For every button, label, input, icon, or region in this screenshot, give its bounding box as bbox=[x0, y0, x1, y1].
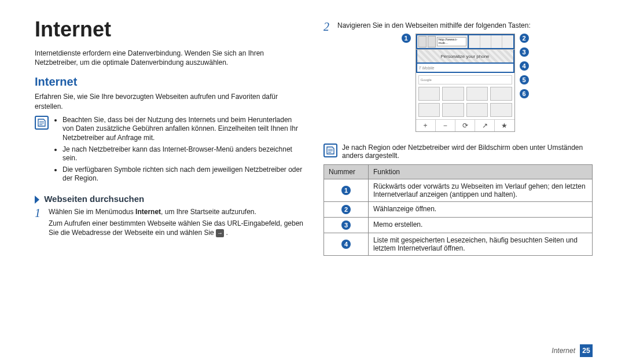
back-button-icon bbox=[418, 36, 427, 47]
toolbar-icons-region bbox=[469, 34, 514, 49]
page-footer: Internet 25 bbox=[552, 344, 593, 357]
address-bar-region: http://www.t-mob... bbox=[416, 34, 469, 49]
row-description: Memo erstellen. bbox=[369, 218, 593, 233]
note-icon bbox=[35, 116, 49, 130]
row-number-icon: 2 bbox=[341, 205, 351, 214]
phone-mock: http://www.t-mob... bbox=[416, 34, 515, 132]
callout-number: 6 bbox=[520, 89, 529, 98]
callout-number: 5 bbox=[520, 75, 529, 84]
phone-illustration: 1 http://www.t-mob... bbox=[337, 34, 593, 132]
zoom-out-icon: − bbox=[435, 120, 455, 131]
note-body: Beachten Sie, dass bei der Nutzung des I… bbox=[53, 116, 304, 186]
go-arrow-icon: → bbox=[216, 229, 224, 237]
grid-tile bbox=[466, 103, 488, 117]
row-description: Liste mit gespeicherten Lesezeichen, häu… bbox=[369, 233, 593, 256]
toolbar-icon bbox=[502, 35, 513, 42]
table-row: 4 Liste mit gespeicherten Lesezeichen, h… bbox=[324, 233, 593, 256]
url-field: http://www.t-mob... bbox=[437, 37, 467, 46]
subsection-heading: Webseiten durchsuchen bbox=[35, 194, 304, 204]
grid-tile bbox=[418, 87, 440, 101]
functions-table: Nummer Funktion 1 Rückwärts oder vorwärt… bbox=[323, 164, 593, 256]
step: 1 Wählen Sie im Menümodus Internet, um I… bbox=[35, 207, 304, 240]
footer-section-name: Internet bbox=[552, 347, 575, 355]
table-row: 1 Rückwärts oder vorwärts zu Webseiten i… bbox=[324, 179, 593, 202]
row-number-icon: 1 bbox=[341, 186, 351, 195]
note-bullet: Je nach Netzbetreiber kann das Internet-… bbox=[62, 145, 304, 163]
note-text: Je nach Region oder Netzbetreiber wird d… bbox=[342, 144, 593, 160]
row-number-icon: 3 bbox=[341, 220, 351, 230]
share-icon: ↗ bbox=[475, 120, 494, 131]
grid-tile bbox=[466, 87, 488, 101]
step-text: Wählen Sie im Menümodus Internet, um Ihr… bbox=[49, 207, 304, 216]
speed-dial-grid bbox=[416, 84, 514, 119]
row-description: Rückwärts oder vorwärts zu Webseiten im … bbox=[369, 179, 593, 202]
phone-sitebar: T Mobile bbox=[416, 64, 514, 73]
zoom-in-icon: + bbox=[416, 120, 435, 131]
phone-bottom-bar: + − ⟳ ↗ ★ bbox=[416, 119, 514, 131]
step: 2 Navigieren Sie in den Webseiten mithil… bbox=[323, 21, 593, 139]
page-title: Internet bbox=[35, 17, 304, 42]
step-number: 2 bbox=[323, 21, 333, 139]
step-text: Navigieren Sie in den Webseiten mithilfe… bbox=[337, 21, 593, 30]
toolbar-icon bbox=[480, 35, 491, 42]
callout-number: 1 bbox=[402, 34, 411, 43]
phone-search-input bbox=[433, 77, 512, 83]
toolbar-icon bbox=[502, 42, 513, 48]
forward-button-icon bbox=[428, 36, 436, 47]
search-brand: Google bbox=[419, 78, 433, 82]
grid-tile bbox=[490, 103, 512, 117]
table-header-function: Funktion bbox=[369, 165, 593, 179]
info-note: Beachten Sie, dass bei der Nutzung des I… bbox=[35, 116, 304, 186]
bookmark-icon: ★ bbox=[494, 120, 514, 131]
table-row: 2 Wählanzeige öffnen. bbox=[324, 202, 593, 218]
callout-number: 3 bbox=[520, 47, 529, 57]
callout-number: 2 bbox=[520, 34, 529, 43]
callout-number: 4 bbox=[520, 61, 529, 71]
toolbar-icon bbox=[491, 42, 502, 48]
section-heading: Internet bbox=[35, 75, 304, 89]
info-note: Je nach Region oder Netzbetreiber wird d… bbox=[323, 144, 593, 160]
toolbar-icon bbox=[480, 42, 491, 48]
grid-tile bbox=[490, 87, 512, 101]
toolbar-icon bbox=[491, 35, 502, 42]
row-description: Wählanzeige öffnen. bbox=[369, 202, 593, 218]
step-number: 1 bbox=[35, 207, 44, 240]
note-bullet: Beachten Sie, dass bei der Nutzung des I… bbox=[62, 116, 304, 143]
toolbar-icon bbox=[469, 42, 480, 48]
chevron-right-icon bbox=[35, 196, 39, 204]
section-intro: Erfahren Sie, wie Sie Ihre bevorzugten W… bbox=[35, 92, 304, 111]
table-header-number: Nummer bbox=[324, 165, 369, 179]
intro-text: Internetdienste erfordern eine Datenverb… bbox=[35, 49, 304, 67]
step-text: Zum Aufrufen einer bestimmten Webseite w… bbox=[49, 219, 304, 237]
note-icon bbox=[323, 144, 337, 157]
grid-tile bbox=[442, 87, 464, 101]
toolbar-icon bbox=[469, 35, 480, 42]
grid-tile bbox=[418, 103, 440, 117]
reload-icon: ⟳ bbox=[455, 120, 475, 131]
page-number: 25 bbox=[580, 344, 593, 357]
row-number-icon: 4 bbox=[341, 240, 351, 249]
phone-banner: Personalize your phone bbox=[416, 50, 514, 64]
note-bullet: Die verfügbaren Symbole richten sich nac… bbox=[62, 166, 304, 183]
grid-tile bbox=[442, 103, 464, 117]
table-row: 3 Memo erstellen. bbox=[324, 218, 593, 233]
